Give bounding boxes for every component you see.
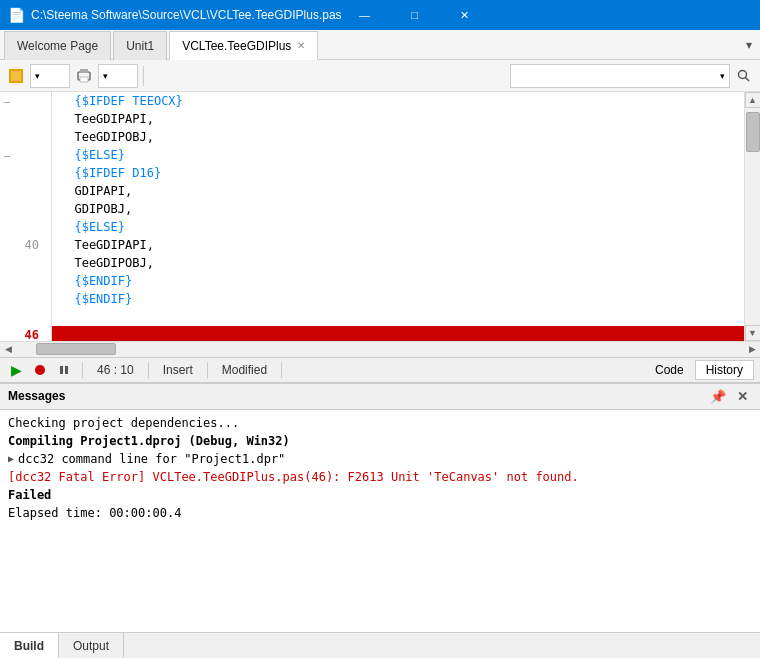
code-line: {$IFDEF D16} <box>60 164 736 182</box>
tab-overflow-button[interactable]: ▾ <box>738 30 760 59</box>
code-text: {$ELSE} <box>60 220 125 234</box>
collapse-marker[interactable]: – <box>4 150 10 161</box>
code-line: TeeGDIPAPI, <box>60 110 736 128</box>
code-line: GDIPOBJ, <box>60 200 736 218</box>
scroll-track[interactable] <box>746 108 760 325</box>
toolbar-dropdown-3[interactable]: ▾ <box>510 64 730 88</box>
status-divider <box>148 362 149 378</box>
stop-icon <box>34 364 46 376</box>
code-line: TeeGDIPOBJ, <box>60 254 736 272</box>
message-text: Failed <box>8 488 51 502</box>
svg-rect-4 <box>80 77 88 82</box>
cursor-position: 46 : 10 <box>91 363 140 377</box>
toolbar-print-icon[interactable] <box>72 64 96 88</box>
editor-wrapper: – – 40 46 <box>0 92 760 341</box>
svg-line-6 <box>746 77 750 81</box>
collapse-marker[interactable]: – <box>4 96 10 107</box>
scroll-h-track[interactable] <box>16 342 744 357</box>
toolbar-dropdown-1[interactable]: ▾ <box>30 64 70 88</box>
messages-close-button[interactable]: ✕ <box>732 386 752 406</box>
messages-header: Messages 📌 ✕ <box>0 384 760 410</box>
run-button[interactable]: ▶ <box>6 360 26 380</box>
message-text: [dcc32 Fatal Error] VCLTee.TeeGDIPlus.pa… <box>8 470 579 484</box>
tab-vcltee[interactable]: VCLTee.TeeGDIPlus ✕ <box>169 31 318 60</box>
stop-button[interactable] <box>30 360 50 380</box>
run-icon: ▶ <box>11 362 22 378</box>
title-text: C:\Steema Software\Source\VCL\VCLTee.Tee… <box>31 8 342 22</box>
horizontal-scrollbar[interactable]: ◀ ▶ <box>0 341 760 357</box>
line-number-row <box>0 308 45 326</box>
status-divider <box>281 362 282 378</box>
message-line: [dcc32 Fatal Error] VCLTee.TeeGDIPlus.pa… <box>8 468 752 486</box>
tab-label: Unit1 <box>126 39 154 53</box>
line-number-row: – <box>0 92 45 110</box>
editor-content[interactable]: {$IFDEF TEEOCX} TeeGDIPAPI, TeeGDIPOBJ, … <box>52 92 736 341</box>
code-line-highlighted: TeCanvas, TeeProcs; <box>52 326 736 341</box>
tab-label: VCLTee.TeeGDIPlus <box>182 39 291 53</box>
scroll-thumb[interactable] <box>746 112 760 152</box>
code-text: {$IFDEF TEEOCX} <box>60 94 183 108</box>
message-line: Failed <box>8 486 752 504</box>
line-number-row <box>0 218 45 236</box>
code-text: GDIPAPI, <box>60 184 132 198</box>
status-divider <box>82 362 83 378</box>
title-bar: 📄 C:\Steema Software\Source\VCL\VCLTee.T… <box>0 0 760 30</box>
code-text: TeeGDIPAPI, <box>60 112 154 126</box>
line-number-row: 40 <box>0 236 45 254</box>
close-button[interactable]: ✕ <box>442 0 488 30</box>
pin-icon: 📌 <box>710 389 726 404</box>
messages-panel: Messages 📌 ✕ Checking project dependenci… <box>0 383 760 633</box>
code-line: {$ENDIF} <box>60 290 736 308</box>
toolbar-icon-1[interactable] <box>4 64 28 88</box>
insert-mode: Insert <box>157 363 199 377</box>
scroll-h-thumb[interactable] <box>36 343 116 355</box>
messages-title: Messages <box>8 389 65 403</box>
tab-close-icon[interactable]: ✕ <box>297 40 305 51</box>
code-line <box>60 308 736 326</box>
expand-arrow-icon[interactable]: ▶ <box>8 453 14 464</box>
messages-body: Checking project dependencies... Compili… <box>0 410 760 530</box>
pause-icon <box>58 364 70 376</box>
scroll-left-arrow[interactable]: ◀ <box>0 341 16 357</box>
editor-container[interactable]: – – 40 46 <box>0 92 744 341</box>
toolbar-search-icon[interactable] <box>732 64 756 88</box>
code-tab[interactable]: Code <box>644 360 695 380</box>
message-text: Checking project dependencies... <box>8 416 239 430</box>
toolbar-separator <box>143 66 144 86</box>
message-line: Compiling Project1.dproj (Debug, Win32) <box>8 432 752 450</box>
code-text: {$ENDIF} <box>60 274 132 288</box>
scroll-up-arrow[interactable]: ▲ <box>745 92 761 108</box>
message-line: Checking project dependencies... <box>8 414 752 432</box>
pin-button[interactable]: 📌 <box>708 386 728 406</box>
window-controls: — □ ✕ <box>342 0 488 30</box>
scroll-down-arrow[interactable]: ▼ <box>745 325 761 341</box>
minimize-button[interactable]: — <box>342 0 388 30</box>
toolbar: ▾ ▾ ▾ <box>0 60 760 92</box>
toolbar-dropdown-2[interactable]: ▾ <box>98 64 138 88</box>
svg-rect-9 <box>65 366 68 374</box>
error-indicator <box>736 326 744 341</box>
tab-welcome-page[interactable]: Welcome Page <box>4 31 111 60</box>
code-text: {$ENDIF} <box>60 292 132 306</box>
code-text: GDIPOBJ, <box>60 202 132 216</box>
chevron-down-icon: ▾ <box>746 38 752 52</box>
editor-right-margin <box>736 92 744 341</box>
code-text: TeCanvas, TeeProcs; <box>147 340 299 341</box>
tab-unit1[interactable]: Unit1 <box>113 31 167 60</box>
message-line: Elapsed time: 00:00:00.4 <box>8 504 752 522</box>
code-text: {$IFDEF D16} <box>60 166 161 180</box>
line-number-row <box>0 164 45 182</box>
line-number-row <box>0 200 45 218</box>
build-tab[interactable]: Build <box>0 633 59 658</box>
svg-rect-8 <box>60 366 63 374</box>
line-number-row <box>0 272 45 290</box>
maximize-button[interactable]: □ <box>392 0 438 30</box>
scroll-right-arrow[interactable]: ▶ <box>744 341 760 357</box>
history-tab[interactable]: History <box>695 360 754 380</box>
status-divider <box>207 362 208 378</box>
line-numbers: – – 40 46 <box>0 92 52 341</box>
main-area: – – 40 46 <box>0 92 760 658</box>
vertical-scrollbar[interactable]: ▲ ▼ <box>744 92 760 341</box>
output-tab[interactable]: Output <box>59 633 124 658</box>
pause-button[interactable] <box>54 360 74 380</box>
